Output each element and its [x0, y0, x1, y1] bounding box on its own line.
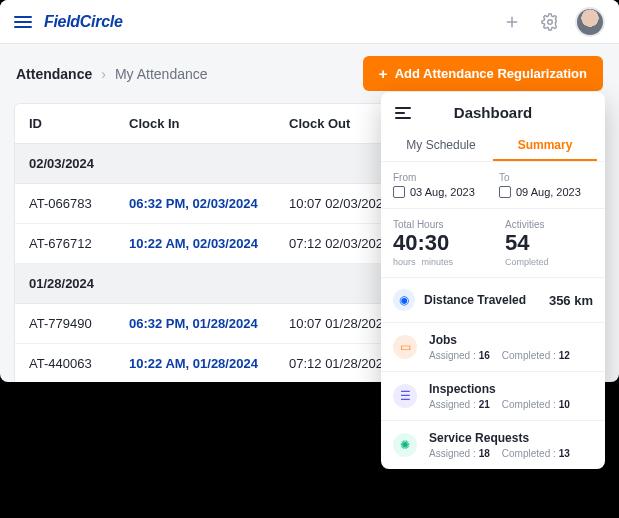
total-hours-value: 40:30 — [393, 232, 481, 254]
cell-id: AT-440063 — [29, 356, 129, 371]
to-date[interactable]: 09 Aug, 2023 — [499, 186, 593, 198]
panel-title: Dashboard — [423, 104, 563, 121]
cell-id: AT-066783 — [29, 196, 129, 211]
svg-point-0 — [548, 19, 553, 24]
primary-button-label: Add Attendance Regularization — [395, 66, 587, 81]
calendar-icon — [499, 186, 511, 198]
add-regularization-button[interactable]: + Add Attendance Regularization — [363, 56, 603, 91]
total-hours-label: Total Hours — [393, 219, 481, 230]
tab-my-schedule[interactable]: My Schedule — [389, 129, 493, 161]
activities-value: 54 — [505, 232, 593, 254]
from-label: From — [393, 172, 487, 183]
cell-clock-in: 10:22 AM, 01/28/2024 — [129, 356, 289, 371]
cell-clock-in: 06:32 PM, 02/03/2024 — [129, 196, 289, 211]
gear-icon[interactable] — [537, 9, 563, 35]
from-date[interactable]: 03 Aug, 2023 — [393, 186, 487, 198]
clipboard-icon: ☰ — [393, 384, 417, 408]
briefcase-icon: ▭ — [393, 335, 417, 359]
panel-tabs: My Schedule Summary — [381, 129, 605, 162]
jobs-row[interactable]: ▭ Jobs Assigned :16 Completed :12 — [381, 323, 605, 372]
avatar[interactable] — [575, 7, 605, 37]
topbar: FieldCircle — [0, 0, 619, 44]
cell-id: AT-676712 — [29, 236, 129, 251]
inspections-title: Inspections — [429, 382, 593, 396]
activities-label: Activities — [505, 219, 593, 230]
plus-icon: + — [379, 66, 388, 81]
tab-summary[interactable]: Summary — [493, 129, 597, 161]
dashboard-panel: Dashboard My Schedule Summary From 03 Au… — [381, 92, 605, 469]
add-icon[interactable] — [499, 9, 525, 35]
brand-logo: FieldCircle — [44, 13, 123, 31]
pin-icon: ◉ — [393, 289, 415, 311]
requests-title: Service Requests — [429, 431, 593, 445]
service-icon: ✺ — [393, 433, 417, 457]
date-range: From 03 Aug, 2023 To 09 Aug, 2023 — [381, 162, 605, 209]
cell-clock-in: 06:32 PM, 01/28/2024 — [129, 316, 289, 331]
calendar-icon — [393, 186, 405, 198]
distance-value: 356 km — [549, 293, 593, 308]
chevron-right-icon: › — [101, 66, 106, 82]
col-clock-in: Clock In — [129, 116, 289, 131]
cell-clock-in: 10:22 AM, 02/03/2024 — [129, 236, 289, 251]
service-requests-row[interactable]: ✺ Service Requests Assigned :18 Complete… — [381, 421, 605, 469]
panel-menu-icon[interactable] — [395, 107, 411, 119]
stats: Total Hours 40:30 hoursminutes Activitie… — [381, 209, 605, 278]
to-label: To — [499, 172, 593, 183]
cell-id: AT-779490 — [29, 316, 129, 331]
menu-icon[interactable] — [14, 16, 32, 28]
col-id: ID — [29, 116, 129, 131]
distance-row: ◉ Distance Traveled 356 km — [381, 278, 605, 323]
breadcrumb: Attendance › My Attendance — [16, 66, 208, 82]
inspections-row[interactable]: ☰ Inspections Assigned :21 Completed :10 — [381, 372, 605, 421]
breadcrumb-sub: My Attendance — [115, 66, 208, 82]
distance-label: Distance Traveled — [424, 293, 540, 307]
breadcrumb-main[interactable]: Attendance — [16, 66, 92, 82]
jobs-title: Jobs — [429, 333, 593, 347]
